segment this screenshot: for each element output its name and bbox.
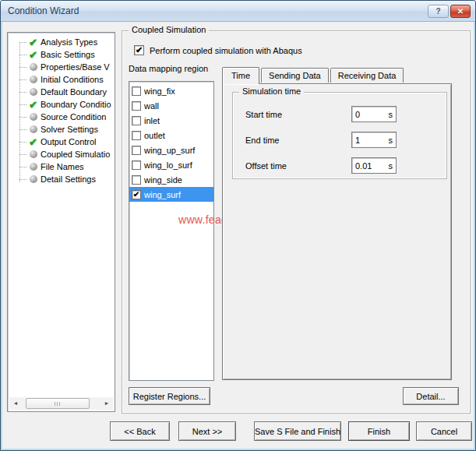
region-checkbox[interactable]: [132, 131, 141, 140]
register-regions-button[interactable]: Register Regions...: [129, 387, 210, 405]
region-item-label: wing_side: [144, 175, 182, 185]
simulation-time-title: Simulation time: [239, 86, 304, 96]
region-checkbox[interactable]: [132, 101, 141, 111]
region-checkbox[interactable]: [132, 146, 141, 155]
sidebar-item-default-boundary[interactable]: Default Boundary: [9, 86, 113, 98]
sidebar-item-detail-settings[interactable]: Detail Settings: [9, 173, 113, 185]
coupled-sim-checkbox-label: Perform coupled simulation with Abaqus: [150, 46, 302, 55]
start-time-input[interactable]: 0s: [351, 106, 397, 122]
sidebar-item-solver-settings[interactable]: Solver Settings: [9, 123, 113, 136]
region-item-wing-fix[interactable]: wing_fix: [129, 83, 213, 98]
sidebar-item-label: Output Control: [41, 137, 97, 146]
region-checkbox[interactable]: [132, 116, 141, 125]
bullet-icon: [28, 75, 38, 85]
sidebar-item-label: Detail Settings: [41, 174, 96, 184]
tree-branch: [19, 79, 26, 80]
region-checkbox[interactable]: [132, 175, 141, 185]
offset-time-label: Offset time: [245, 161, 287, 171]
condition-wizard-dialog: Condition Wizard ? ✕ ✔Analysis Types✔Bas…: [0, 0, 476, 451]
sidebar-item-label: Solver Settings: [41, 125, 98, 134]
offset-time-row: Offset time0.01s: [245, 157, 437, 174]
sidebar-item-initial-conditions[interactable]: Initial Conditions: [9, 73, 113, 86]
save-s-file-and-finish-button[interactable]: Save S File and Finish: [254, 421, 341, 441]
region-item-wing-lo-surf[interactable]: wing_lo_surf: [129, 157, 213, 172]
sidebar-item-label: Basic Settings: [41, 50, 95, 59]
region-checkbox[interactable]: [132, 160, 141, 170]
field-value: 0.01: [355, 161, 372, 171]
region-checkbox[interactable]: [132, 86, 141, 96]
check-icon: ✔: [136, 46, 143, 55]
tab-time[interactable]: Time: [222, 67, 259, 84]
titlebar[interactable]: Condition Wizard ? ✕: [1, 1, 475, 22]
field-unit: s: [389, 136, 393, 145]
sidebar-item-label: Coupled Simulatio: [41, 150, 110, 159]
offset-time-input[interactable]: 0.01s: [351, 157, 397, 174]
bullet-icon: [28, 62, 38, 72]
end-time-input[interactable]: 1s: [351, 132, 397, 148]
group-title: Coupled Simulation: [129, 25, 209, 34]
check-icon: ✔: [28, 100, 38, 110]
wizard-steps-tree[interactable]: ✔Analysis Types✔Basic SettingsProperties…: [7, 32, 115, 412]
region-checkbox[interactable]: ✔: [132, 190, 141, 199]
sidebar-item-analysis-types[interactable]: ✔Analysis Types: [9, 36, 113, 48]
scroll-right-icon[interactable]: ►: [100, 397, 113, 410]
tab-receiving-data[interactable]: Receiving Data: [330, 68, 404, 83]
sidebar-item-source-condition[interactable]: Source Condition: [9, 111, 113, 123]
check-icon: ✔: [133, 190, 139, 199]
field-unit: s: [389, 110, 393, 119]
sidebar-item-file-names[interactable]: File Names: [9, 160, 113, 173]
tree-hscrollbar[interactable]: ◄ ►: [9, 397, 113, 410]
scroll-left-icon[interactable]: ◄: [9, 397, 22, 410]
close-button[interactable]: ✕: [450, 5, 471, 18]
coupled-sim-checkbox-row[interactable]: ✔ Perform coupled simulation with Abaqus: [134, 45, 302, 55]
scroll-thumb[interactable]: [26, 398, 90, 409]
start-time-label: Start time: [245, 110, 282, 119]
bullet-icon: [28, 174, 38, 185]
region-item-wing-side[interactable]: wing_side: [129, 172, 213, 187]
tree-branch: [19, 55, 26, 55]
sidebar-item-basic-settings[interactable]: ✔Basic Settings: [9, 48, 113, 61]
field-value: 0: [355, 110, 360, 119]
tree-branch: [19, 179, 26, 180]
finish-button[interactable]: Finish: [348, 421, 410, 441]
tree-branch: [19, 42, 26, 43]
bullet-icon: [28, 87, 38, 97]
region-item-wing-surf[interactable]: ✔wing_surf: [129, 187, 213, 202]
sidebar-item-coupled-simulatio[interactable]: Coupled Simulatio: [9, 148, 113, 160]
cancel-button[interactable]: Cancel: [416, 421, 472, 441]
tab-bar: TimeSending DataReceiving Data: [222, 67, 405, 84]
region-item-label: wing_fix: [144, 86, 175, 96]
close-icon: ✕: [457, 7, 464, 16]
detail-button[interactable]: Detail...: [403, 387, 459, 405]
tab-sending-data[interactable]: Sending Data: [261, 68, 329, 83]
next-button[interactable]: Next >>: [178, 421, 236, 441]
region-listbox[interactable]: wing_fixwallinletoutletwing_up_surfwing_…: [129, 81, 214, 381]
sidebar-item-output-control[interactable]: ✔Output Control: [9, 136, 113, 148]
help-button[interactable]: ?: [428, 5, 449, 18]
region-item-inlet[interactable]: inlet: [129, 113, 213, 128]
sidebar-item-label: Boundary Conditio: [41, 100, 111, 109]
sidebar-item-boundary-conditio[interactable]: ✔Boundary Conditio: [9, 98, 113, 111]
sidebar-item-label: Properties/Base V: [41, 62, 110, 72]
help-icon: ?: [435, 7, 440, 16]
sidebar-item-label: Default Boundary: [41, 87, 107, 97]
sidebar-item-label: Initial Conditions: [41, 75, 104, 84]
region-item-label: wing_surf: [144, 190, 181, 199]
back-button[interactable]: << Back: [110, 421, 170, 441]
sidebar-item-label: File Names: [41, 162, 84, 171]
simulation-time-group: Simulation time Start time0sEnd time1sOf…: [232, 92, 447, 179]
tree-branch: [19, 92, 26, 93]
data-mapping-region-label: Data mapping region: [129, 64, 208, 73]
region-item-outlet[interactable]: outlet: [129, 128, 213, 143]
tree-branch: [19, 167, 26, 167]
bullet-icon: [28, 150, 38, 160]
tree-branch: [19, 142, 26, 143]
coupled-simulation-group: Coupled Simulation ✔ Perform coupled sim…: [122, 30, 471, 414]
check-icon: ✔: [28, 50, 38, 60]
check-icon: ✔: [28, 137, 38, 147]
coupled-sim-checkbox[interactable]: ✔: [134, 45, 144, 55]
sidebar-item-properties-base-v[interactable]: Properties/Base V: [9, 61, 113, 73]
region-item-wall[interactable]: wall: [129, 98, 213, 113]
region-item-wing-up-surf[interactable]: wing_up_surf: [129, 143, 213, 157]
region-item-label: wing_lo_surf: [144, 160, 192, 170]
